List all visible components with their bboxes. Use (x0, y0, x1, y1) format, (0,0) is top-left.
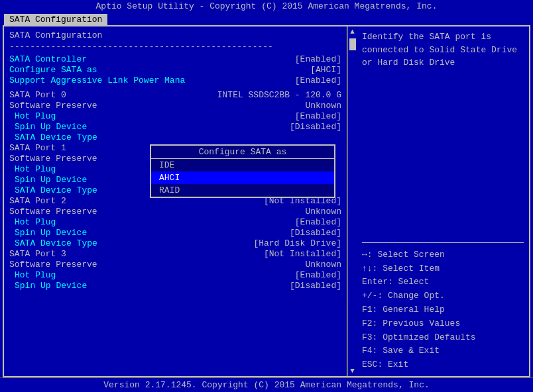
key-select-item: ↑↓: Select Item (362, 262, 524, 276)
key-general-help: F1: General Help (362, 303, 524, 317)
port2-sw-preserve-label: Software Preserve (9, 207, 97, 217)
port2-hotplug-val: [Enabled] (295, 217, 341, 227)
sata-controller-value: [Enabled] (295, 54, 341, 64)
port2-sw-preserve-row: Software Preserve Unknown (9, 207, 341, 217)
port2-spinup-label: Spin Up Device (9, 228, 87, 238)
help-text: Identify the SATA port is connected to S… (362, 30, 524, 234)
configure-sata-row[interactable]: Configure SATA as [AHCI] (9, 65, 341, 75)
left-panel: SATA Configuration ---------------------… (4, 26, 347, 376)
main-content: SATA Configuration ---------------------… (3, 25, 530, 377)
port3-spinup-label: Spin Up Device (9, 281, 87, 291)
port2-hotplug-row[interactable]: Hot Plug [Enabled] (9, 217, 341, 227)
key-esc-exit: ESC: Exit (362, 358, 524, 372)
scrollbar[interactable]: ▲ ▼ (347, 26, 357, 376)
sata-controller-row[interactable]: SATA Controller [Enabled] (9, 54, 341, 64)
port3-spinup-row[interactable]: Spin Up Device [Disabled] (9, 281, 341, 291)
port0-spinup-row[interactable]: Spin Up Device [Disabled] (9, 122, 341, 132)
port0-title: SATA Port 0 INTEL SSDSC2BB - 120.0 G (9, 90, 341, 100)
aggressive-link-value: [Enabled] (295, 75, 341, 85)
port2-spinup-val: [Disabled] (290, 228, 341, 238)
port2-hotplug-label: Hot Plug (9, 217, 56, 227)
dropdown-item-raid[interactable]: RAID (151, 184, 334, 197)
scroll-up-arrow[interactable]: ▲ (349, 26, 356, 37)
aggressive-link-row[interactable]: Support Aggressive Link Power Mana [Enab… (9, 75, 341, 85)
port2-devtype-label: SATA Device Type (9, 238, 97, 248)
port0-sw-preserve-row: Software Preserve Unknown (9, 101, 341, 111)
footer-text: Version 2.17.1245. Copyright (C) 2015 Am… (103, 380, 429, 390)
configure-sata-value: [AHCI] (310, 65, 341, 75)
port0-devtype-label: SATA Device Type (9, 132, 97, 142)
port3-hotplug-row[interactable]: Hot Plug [Enabled] (9, 270, 341, 280)
port2-devtype-row[interactable]: SATA Device Type [Hard Disk Drive] (9, 238, 341, 248)
port1-hotplug-label: Hot Plug (9, 164, 56, 174)
port2-devtype-val: [Hard Disk Drive] (253, 238, 341, 248)
port3-sw-preserve-label: Software Preserve (9, 260, 97, 270)
port3-hotplug-label: Hot Plug (9, 270, 56, 280)
port3-title: SATA Port 3 [Not Installed] (9, 249, 341, 259)
configure-sata-dropdown[interactable]: Configure SATA as IDE AHCI RAID (150, 144, 335, 198)
port2-sw-preserve-val: Unknown (305, 207, 341, 217)
port1-devtype-label: SATA Device Type (9, 185, 97, 195)
port1-spinup-label: Spin Up Device (9, 175, 87, 185)
section-title: SATA Configuration (9, 30, 341, 40)
footer: Version 2.17.1245. Copyright (C) 2015 Am… (0, 377, 533, 392)
port3-sw-preserve-row: Software Preserve Unknown (9, 260, 341, 270)
title-bar: Aptio Setup Utility - Copyright (C) 2015… (0, 0, 533, 13)
scroll-thumb[interactable] (349, 38, 356, 50)
right-panel: Identify the SATA port is connected to S… (357, 26, 529, 376)
port0-hotplug-row[interactable]: Hot Plug [Enabled] (9, 111, 341, 121)
dropdown-title: Configure SATA as (151, 146, 334, 159)
aggressive-link-label: Support Aggressive Link Power Mana (9, 75, 185, 85)
port0-devtype-row[interactable]: SATA Device Type (9, 132, 341, 142)
port3-hotplug-val: [Enabled] (295, 270, 341, 280)
port0-spinup-val: [Disabled] (290, 122, 341, 132)
port3-sw-preserve-val: Unknown (305, 260, 341, 270)
dropdown-item-ahci[interactable]: AHCI (151, 172, 334, 184)
scroll-down-arrow[interactable]: ▼ (349, 366, 356, 376)
key-optimized-defaults: F3: Optimized Defaults (362, 331, 524, 345)
port3-spinup-val: [Disabled] (290, 281, 341, 291)
key-change-opt: +/-: Change Opt. (362, 289, 524, 303)
key-enter-select: Enter: Select (362, 275, 524, 289)
title-text: Aptio Setup Utility - Copyright (C) 2015… (96, 1, 438, 11)
dropdown-item-ide[interactable]: IDE (151, 159, 334, 172)
port3-not-installed: [Not Installed] (264, 249, 341, 259)
port0-hotplug-val: [Enabled] (295, 111, 341, 121)
key-save-exit: F4: Save & Exit (362, 344, 524, 358)
port0-hotplug-label: Hot Plug (9, 111, 56, 121)
key-help: ↔: Select Screen ↑↓: Select Item Enter: … (362, 248, 524, 372)
port1-sw-preserve-label: Software Preserve (9, 154, 97, 164)
key-previous-values: F2: Previous Values (362, 317, 524, 331)
port0-sw-preserve-val: Unknown (305, 101, 341, 111)
key-help-divider (362, 242, 524, 243)
key-select-screen: ↔: Select Screen (362, 248, 524, 262)
port0-spinup-label: Spin Up Device (9, 122, 87, 132)
port2-spinup-row[interactable]: Spin Up Device [Disabled] (9, 228, 341, 238)
configure-sata-label: Configure SATA as (9, 65, 97, 75)
divider: ----------------------------------------… (9, 42, 341, 52)
port0-drive: INTEL SSDSC2BB - 120.0 G (217, 90, 341, 100)
tab-row: SATA Configuration (0, 13, 533, 25)
port0-sw-preserve-label: Software Preserve (9, 101, 97, 111)
sata-config-tab[interactable]: SATA Configuration (4, 14, 107, 25)
sata-controller-label: SATA Controller (9, 54, 87, 64)
